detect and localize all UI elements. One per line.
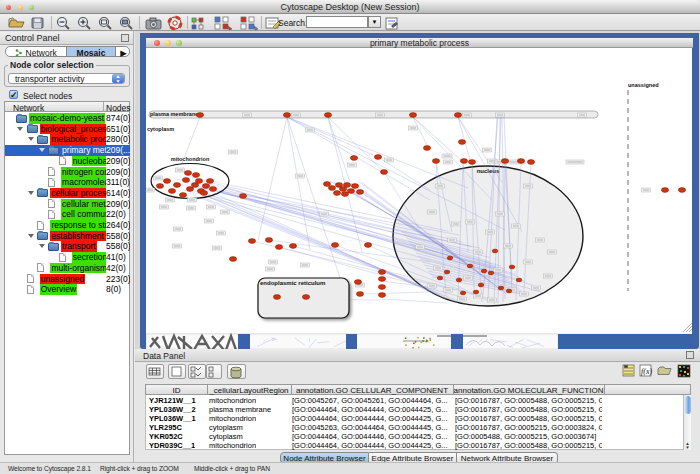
svg-text:endoplasmic reticulum: endoplasmic reticulum (260, 280, 325, 286)
svg-text:cytoplasm: cytoplasm (147, 126, 174, 132)
svg-text:f(x): f(x) (641, 367, 652, 376)
svg-text:unassigned: unassigned (628, 82, 659, 88)
svg-text:mitochondrion: mitochondrion (171, 156, 210, 162)
svg-text:plasma membrane: plasma membrane (150, 111, 198, 117)
